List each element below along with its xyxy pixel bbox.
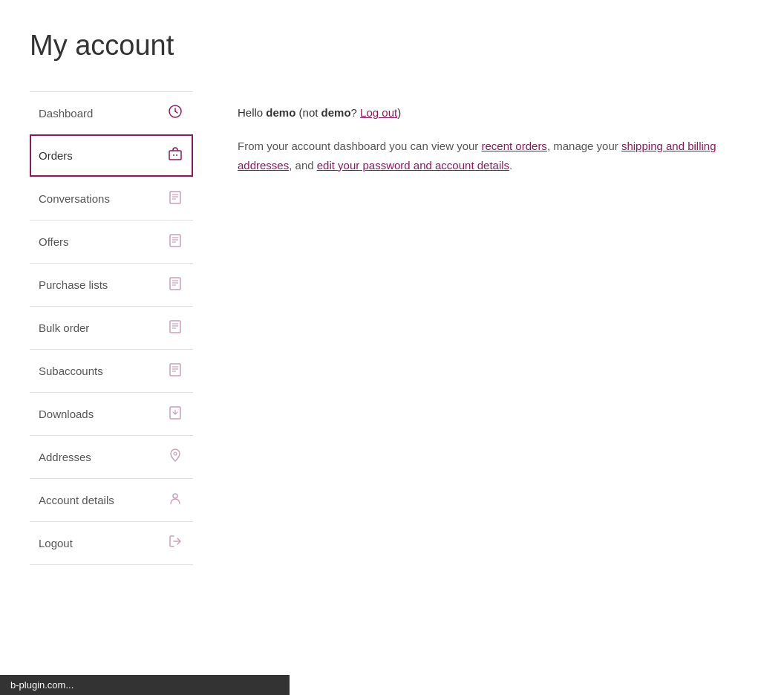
sidebar-item-orders[interactable]: Orders	[30, 134, 193, 177]
subaccounts-icon	[166, 362, 184, 380]
edit-password-link[interactable]: edit your password and account details	[317, 159, 509, 172]
hello-message: Hello demo (not demo? Log out)	[238, 106, 754, 119]
desc-text-end: .	[509, 159, 512, 172]
purchase-lists-icon	[166, 275, 184, 294]
svg-rect-4	[170, 192, 180, 203]
sidebar: Dashboard Orders	[30, 91, 193, 565]
svg-rect-12	[170, 278, 180, 290]
bulk-order-icon	[166, 319, 184, 337]
sidebar-item-label: Subaccounts	[39, 365, 103, 377]
addresses-icon	[166, 448, 184, 466]
sidebar-item-account-details[interactable]: Account details	[30, 478, 193, 521]
sidebar-item-purchase-lists[interactable]: Purchase lists	[30, 263, 193, 306]
hello-suffix: )	[397, 106, 401, 119]
sidebar-item-bulk-order[interactable]: Bulk order	[30, 306, 193, 349]
sidebar-item-conversations[interactable]: Conversations	[30, 177, 193, 220]
svg-point-3	[176, 154, 177, 156]
sidebar-item-label: Dashboard	[39, 107, 93, 120]
sidebar-item-label: Bulk order	[39, 322, 89, 334]
svg-rect-8	[170, 235, 180, 247]
description: From your account dashboard you can view…	[238, 137, 754, 174]
logout-icon	[166, 534, 184, 552]
svg-point-25	[174, 452, 177, 455]
dashboard-icon	[166, 104, 184, 123]
conversations-icon	[166, 189, 184, 208]
desc-text-middle2: , and	[289, 159, 317, 172]
orders-icon	[166, 146, 184, 165]
desc-text-middle1: , manage your	[547, 140, 621, 152]
hello-not-text: (not	[295, 106, 321, 119]
hello-question: ?	[351, 106, 361, 119]
sidebar-item-subaccounts[interactable]: Subaccounts	[30, 349, 193, 392]
svg-rect-1	[169, 151, 181, 160]
sidebar-item-label: Purchase lists	[39, 278, 108, 291]
sidebar-item-label: Conversations	[39, 192, 110, 205]
svg-rect-16	[170, 321, 180, 333]
svg-point-26	[173, 494, 177, 498]
logout-link[interactable]: Log out	[360, 106, 397, 119]
hello-username2: demo	[321, 106, 351, 119]
svg-rect-20	[170, 364, 180, 376]
sidebar-item-label: Logout	[39, 537, 73, 549]
desc-text-before: From your account dashboard you can view…	[238, 140, 482, 152]
offers-icon	[166, 232, 184, 251]
sidebar-item-label: Account details	[39, 494, 114, 506]
hello-username: demo	[266, 106, 295, 119]
sidebar-item-logout[interactable]: Logout	[30, 521, 193, 565]
sidebar-item-addresses[interactable]: Addresses	[30, 435, 193, 478]
content-wrapper: Dashboard Orders	[30, 91, 754, 565]
sidebar-item-label: Addresses	[39, 451, 91, 463]
page-container: My account Dashboard Orders	[0, 0, 784, 595]
downloads-icon	[166, 405, 184, 423]
sidebar-item-dashboard[interactable]: Dashboard	[30, 91, 193, 134]
svg-point-2	[173, 154, 174, 156]
sidebar-item-label: Downloads	[39, 408, 94, 420]
sidebar-item-label: Offers	[39, 235, 69, 248]
sidebar-item-label: Orders	[39, 149, 73, 162]
main-content: Hello demo (not demo? Log out) From your…	[238, 91, 754, 174]
hello-prefix: Hello	[238, 106, 266, 119]
sidebar-item-offers[interactable]: Offers	[30, 220, 193, 263]
page-title: My account	[30, 30, 754, 62]
sidebar-item-downloads[interactable]: Downloads	[30, 392, 193, 435]
recent-orders-link[interactable]: recent orders	[482, 140, 547, 152]
account-details-icon	[166, 491, 184, 509]
